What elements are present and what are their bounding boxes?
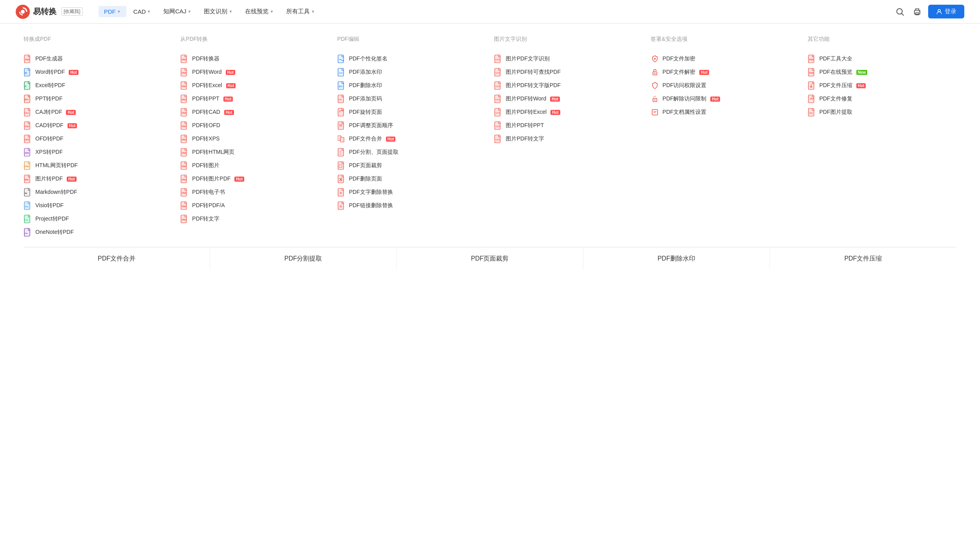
list-item[interactable]: Proj Project转PDF [24, 212, 172, 226]
svg-text:PDF: PDF [182, 72, 186, 74]
dropdown-col-to-pdf: 转换成PDF PDF PDF生成器 W Word转PDF Hot X Excel… [24, 36, 172, 239]
list-item[interactable]: PDF PDF转Excel Hot [180, 79, 329, 92]
nav-item-cad[interactable]: CAD ▼ [128, 6, 157, 17]
list-item[interactable]: PDF PDF转图片 [180, 159, 329, 172]
list-item[interactable]: PDF PDF转XPS [180, 132, 329, 146]
list-item[interactable]: PDF文字删除替换 [337, 186, 486, 199]
nav-label-ocr: 图文识别 [204, 8, 227, 15]
list-item[interactable]: PDF PDF在线预览 New [808, 66, 956, 79]
svg-rect-75 [338, 148, 344, 156]
list-item[interactable]: PDF PDF转OFD [180, 119, 329, 132]
item-label: PDF转OFD [192, 122, 220, 129]
list-item[interactable]: PDF文档属性设置 [651, 106, 799, 119]
nav-item-alltools[interactable]: 所有工具 ▼ [281, 5, 320, 18]
md-icon: MD [24, 188, 32, 197]
list-item[interactable]: PDF PDF生成器 [24, 52, 172, 66]
list-item[interactable]: MD Markdown转PDF [24, 186, 172, 199]
nav-item-pdf[interactable]: PDF ▼ [99, 6, 126, 17]
list-item[interactable]: PDF删除页面 [337, 172, 486, 186]
list-item[interactable]: PDF文件修复 [808, 92, 956, 106]
list-item[interactable]: 删印 PDF删除水印 [337, 79, 486, 92]
list-item[interactable]: PDF PDF工具大全 [808, 52, 956, 66]
order-icon [337, 121, 346, 130]
bottom-tool-split[interactable]: PDF分割提取 [210, 248, 397, 270]
svg-text:OFD: OFD [25, 139, 29, 141]
list-item[interactable]: PDF页面裁剪 [337, 159, 486, 172]
logo-icon [16, 5, 30, 19]
svg-text:PDF: PDF [809, 72, 814, 74]
list-item[interactable]: W Word转PDF Hot [24, 66, 172, 79]
print-button[interactable] [911, 5, 923, 18]
col-title-from-pdf: 从PDF转换 [180, 36, 329, 46]
list-item[interactable]: OCR 图片PDF转文字 [494, 132, 643, 146]
list-item[interactable]: OCR 图片PDF转可查找PDF [494, 66, 643, 79]
logo-bookmark[interactable]: [收藏我] [61, 7, 83, 16]
item-label: 图片PDF转Excel [506, 109, 547, 116]
pdf-ofd-icon: PDF [180, 121, 189, 130]
list-item[interactable]: PDF文件加密 [651, 52, 799, 66]
nav-item-preview[interactable]: 在线预览 ▼ [240, 5, 279, 18]
list-item[interactable]: Visio Visio转PDF [24, 199, 172, 212]
svg-text:PDF: PDF [182, 165, 186, 168]
list-item[interactable]: X Excel转PDF [24, 79, 172, 92]
list-item[interactable]: PDF访问权限设置 [651, 79, 799, 92]
list-item[interactable]: PDF PDF转Word Hot [180, 66, 329, 79]
list-item[interactable]: 水印 PDF添加水印 [337, 66, 486, 79]
list-item[interactable]: PDF分割、页面提取 [337, 146, 486, 159]
list-item[interactable]: PDF链接删除替换 [337, 199, 486, 212]
item-label: PDF转XPS [192, 135, 219, 142]
bottom-tool-merge[interactable]: PDF文件合并 [24, 248, 210, 270]
decrypt-icon [651, 68, 659, 77]
list-item[interactable]: OCR 图片PDF转Word Hot [494, 92, 643, 106]
svg-text:OCR: OCR [495, 139, 500, 141]
item-label: PDF转Word [192, 69, 221, 76]
list-item[interactable]: PDF PDF转图片PDF Hot [180, 172, 329, 186]
nav-item-ocr[interactable]: 图文识别 ▼ [198, 5, 238, 18]
search-button[interactable] [894, 5, 906, 18]
props-icon [651, 108, 659, 117]
svg-rect-62 [338, 55, 344, 63]
item-label: 图片PDF转文字 [506, 135, 544, 142]
list-item[interactable]: PDF PDF转HTML网页 [180, 146, 329, 159]
list-item[interactable]: XPS XPS转PDF [24, 146, 172, 159]
list-item[interactable]: OCR 图片PDF转文字版PDF [494, 79, 643, 92]
item-label: PDF解除访问限制 [662, 95, 706, 102]
hot-badge: Hot [234, 177, 244, 182]
list-item[interactable]: PDF PDF转文字 [180, 212, 329, 226]
list-item[interactable]: OCR 图片PDF文字识别 [494, 52, 643, 66]
item-label: 图片PDF转PPT [506, 122, 544, 129]
dropdown-col-from-pdf: 从PDF转换 PDF PDF转换器 PDF PDF转Word Hot PDF P… [180, 36, 329, 239]
bottom-tool-crop[interactable]: PDF页面裁剪 [397, 248, 583, 270]
list-item[interactable]: PDF个性化签名 [337, 52, 486, 66]
logo[interactable]: 易转换 [收藏我] [16, 5, 83, 19]
list-item[interactable]: PDF旋转页面 [337, 106, 486, 119]
list-item[interactable]: OCR 图片PDF转PPT [494, 119, 643, 132]
list-item[interactable]: PDF文件压缩 Hot [808, 79, 956, 92]
list-item[interactable]: PPT PPT转PDF [24, 92, 172, 106]
list-item[interactable]: PDF文件解密 Hot [651, 66, 799, 79]
login-button[interactable]: 登录 [928, 5, 964, 18]
bottom-tool-compress[interactable]: PDF文件压缩 [770, 248, 956, 270]
list-item[interactable]: OFD OFD转PDF [24, 132, 172, 146]
pdf-xps-icon: PDF [180, 135, 189, 143]
list-item[interactable]: PDF解除访问限制 Hot [651, 92, 799, 106]
list-item[interactable]: CAJ CAJ转PDF Hot [24, 106, 172, 119]
list-item[interactable]: PDF文件合并 Hot [337, 132, 486, 146]
list-item[interactable]: PDF PDF转换器 [180, 52, 329, 66]
nav-item-caj[interactable]: 知网CAJ ▼ [158, 5, 197, 18]
list-item[interactable]: IMG PDF图片提取 [808, 106, 956, 119]
bottom-tool-watermark[interactable]: PDF删除水印 [583, 248, 770, 270]
list-item[interactable]: PDF PDF转CAD Hot [180, 106, 329, 119]
list-item[interactable]: CAD CAD转PDF Hot [24, 119, 172, 132]
list-item[interactable]: PDF PDF转PDF/A [180, 199, 329, 212]
list-item[interactable]: OCR 图片PDF转Excel Hot [494, 106, 643, 119]
list-item[interactable]: PDF PDF转电子书 [180, 186, 329, 199]
list-item[interactable]: P# PDF添加页码 [337, 92, 486, 106]
main-nav: PDF ▼ CAD ▼ 知网CAJ ▼ 图文识别 ▼ 在线预览 ▼ 所有工具 ▼ [99, 5, 894, 18]
list-item[interactable]: IMG 图片转PDF Hot [24, 172, 172, 186]
list-item[interactable]: HTML HTML网页转PDF [24, 159, 172, 172]
list-item[interactable]: PDF调整页面顺序 [337, 119, 486, 132]
list-item[interactable]: One OneNote转PDF [24, 226, 172, 239]
list-item[interactable]: PDF PDF转PPT Hot [180, 92, 329, 106]
svg-rect-114 [808, 95, 814, 103]
